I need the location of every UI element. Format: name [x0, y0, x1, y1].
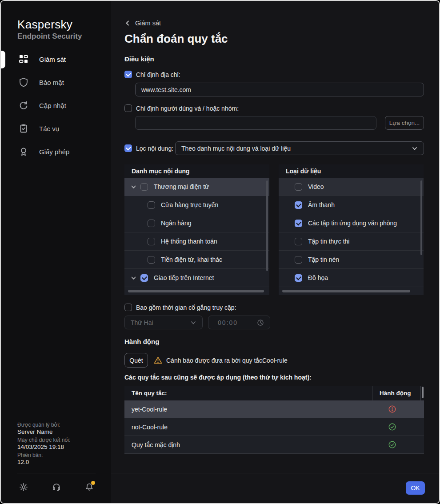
action-heading: Hành động: [124, 338, 159, 345]
category-checkbox[interactable]: [148, 256, 155, 264]
datatype-row[interactable]: Tập tin nén: [279, 251, 424, 269]
vertical-scrollbar[interactable]: [420, 180, 422, 255]
horizontal-scrollbar[interactable]: [128, 290, 264, 292]
main-content: Giám sát Chẩn đoán quy tắc Điều kiện Chỉ…: [111, 1, 440, 503]
datatypes-panel: Loại dữ liệu Video Âm thanh Các tập tin …: [279, 164, 424, 295]
categories-panel-title: Danh mục nội dung: [124, 164, 269, 178]
category-label: Tiền điện tử, khai thác: [161, 256, 222, 263]
categories-panel: Danh mục nội dung Thương mại điện tử Cửa…: [124, 164, 269, 295]
content-filter-checkbox-row: Lọc nội dung:: [124, 144, 173, 152]
table-row[interactable]: not-Cool-rule: [124, 418, 424, 436]
datatype-row[interactable]: Âm thanh: [279, 196, 424, 214]
headset-icon[interactable]: [52, 483, 61, 492]
category-checkbox[interactable]: [148, 238, 155, 245]
sidebar-nav: Giám sát Bảo mật Cập nhật: [1, 48, 111, 163]
version-value: 12.0: [17, 459, 70, 466]
address-input[interactable]: [135, 83, 424, 96]
category-checkbox[interactable]: [148, 220, 155, 227]
day-select[interactable]: Thứ Hai: [124, 316, 203, 329]
users-label: Chỉ định người dùng và / hoặc nhóm:: [136, 105, 239, 112]
vertical-scrollbar[interactable]: [422, 387, 424, 398]
sidebar-item-update[interactable]: Cập nhật: [1, 94, 111, 117]
datatype-checkbox[interactable]: [295, 256, 302, 264]
server-info: Được quản lý bởi: Server Name Máy chủ đư…: [17, 420, 70, 466]
shield-icon: [19, 77, 28, 87]
chevron-down-icon[interactable]: [131, 275, 136, 281]
chevron-left-icon: [124, 20, 131, 26]
datatype-row[interactable]: Các tập tin ứng dụng văn phòng: [279, 214, 424, 232]
datatypes-panel-title: Loại dữ liệu: [279, 164, 424, 178]
category-label: Giao tiếp trên Internet: [154, 274, 214, 281]
datatype-label: Âm thanh: [308, 201, 335, 208]
content-filter-label: Lọc nội dung:: [136, 145, 173, 152]
brand-name: Kaspersky: [17, 18, 72, 32]
chevron-down-icon[interactable]: [131, 184, 136, 190]
datatype-label: Đồ họa: [308, 274, 328, 281]
users-checkbox[interactable]: [124, 104, 132, 112]
rules-table-header: Tên quy tắc: Hành động: [124, 386, 424, 400]
category-checkbox[interactable]: [140, 274, 148, 282]
address-checkbox[interactable]: [124, 71, 132, 78]
datatype-label: Các tập tin ứng dụng văn phòng: [308, 220, 397, 227]
connected-server-value: 14/03/2025 19:18: [17, 444, 70, 451]
datatype-checkbox[interactable]: [295, 201, 302, 209]
datatype-label: Video: [308, 183, 324, 190]
column-header-action: Hành động: [372, 386, 420, 400]
datatype-checkbox[interactable]: [295, 220, 302, 227]
refresh-icon: [19, 100, 28, 110]
datatype-label: Tập tin nén: [308, 256, 339, 263]
category-row[interactable]: Giao tiếp trên Internet: [124, 269, 269, 287]
horizontal-scrollbar[interactable]: [282, 290, 410, 292]
rule-name: Quy tắc mặc định: [124, 441, 372, 448]
category-checkbox[interactable]: [140, 183, 148, 191]
datatype-checkbox[interactable]: [295, 274, 302, 282]
brand-product: Endpoint Security: [17, 32, 82, 41]
content-filter-checkbox[interactable]: [124, 144, 132, 152]
category-row[interactable]: Tiền điện tử, khai thác: [124, 251, 269, 269]
category-row[interactable]: Thương mại điện tử: [124, 178, 269, 196]
table-scrollbar-gutter: [420, 386, 424, 400]
time-input[interactable]: 00:00: [208, 316, 270, 329]
sidebar-item-label: Cập nhật: [39, 102, 66, 109]
datatype-checkbox[interactable]: [295, 238, 302, 245]
time-filter-checkbox[interactable]: [124, 304, 132, 311]
sidebar-item-label: Giám sát: [39, 56, 66, 63]
datatype-row[interactable]: Video: [279, 178, 424, 196]
category-row[interactable]: Hệ thống thanh toán: [124, 232, 269, 251]
day-select-value: Thứ Hai: [131, 319, 190, 326]
rule-name: not-Cool-rule: [124, 424, 372, 431]
category-row[interactable]: Ngân hàng: [124, 214, 269, 232]
version-label: Phiên bản:: [17, 452, 70, 459]
datatype-row[interactable]: Đồ họa: [279, 269, 424, 287]
bell-icon[interactable]: [85, 483, 94, 492]
scan-button[interactable]: Quét: [124, 353, 148, 368]
error-icon: [388, 405, 396, 413]
vertical-scrollbar[interactable]: [266, 180, 268, 271]
time-filter-label: Bao gồm thời gian cố gắng truy cập:: [136, 304, 236, 311]
sidebar-item-security[interactable]: Bảo mật: [1, 71, 111, 94]
users-input[interactable]: [135, 116, 376, 130]
warning-icon: [154, 356, 162, 364]
content-filter-select[interactable]: Theo danh mục nội dung và loại dữ liệu: [175, 141, 424, 155]
column-header-name: Tên quy tắc:: [124, 390, 372, 396]
datatype-checkbox[interactable]: [295, 183, 302, 191]
sidebar: Kaspersky Endpoint Security Giám sát Bảo…: [1, 1, 111, 503]
clock-icon: [257, 319, 264, 326]
sidebar-item-tasks[interactable]: Tác vụ: [1, 117, 111, 140]
sidebar-item-label: Bảo mật: [39, 79, 64, 86]
ok-button[interactable]: OK: [406, 481, 425, 495]
conditions-heading: Điều kiện: [124, 55, 154, 63]
sidebar-item-license[interactable]: Giấy phép: [1, 140, 111, 163]
back-button[interactable]: Giám sát: [124, 20, 161, 27]
category-checkbox[interactable]: [148, 201, 155, 209]
gear-icon[interactable]: [19, 483, 28, 492]
address-checkbox-row: Chỉ định địa chỉ:: [124, 71, 180, 78]
dashboard-icon: [19, 54, 28, 64]
datatype-row[interactable]: Tập tin thực thi: [279, 232, 424, 251]
category-label: Hệ thống thanh toán: [161, 238, 217, 245]
table-row[interactable]: yet-Cool-rule: [124, 400, 424, 418]
sidebar-item-monitoring[interactable]: Giám sát: [1, 48, 111, 71]
table-row[interactable]: Quy tắc mặc định: [124, 436, 424, 454]
category-row[interactable]: Cửa hàng trực tuyến: [124, 196, 269, 214]
choose-button[interactable]: Lựa chọn...: [385, 116, 424, 130]
